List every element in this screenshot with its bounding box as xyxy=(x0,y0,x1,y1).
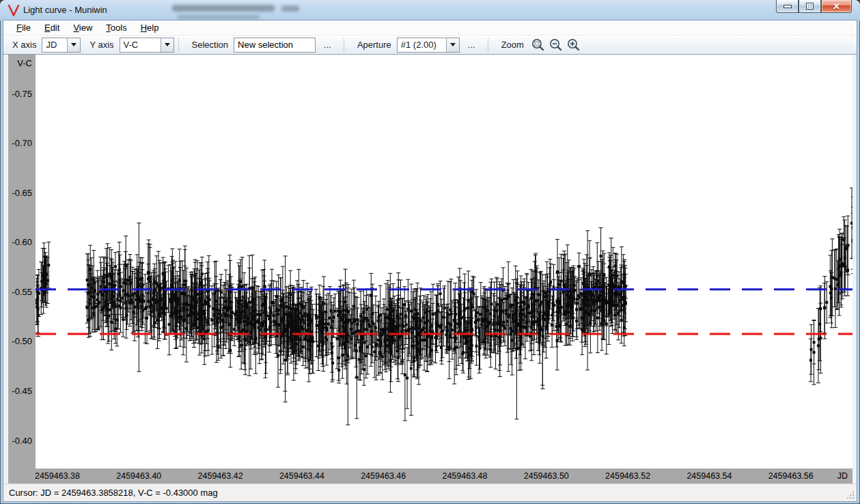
x-tick-label: 2459463.44 xyxy=(279,471,324,481)
x-tick-label: 2459463.42 xyxy=(198,471,243,481)
selection-more-button[interactable]: ... xyxy=(318,38,337,52)
y-tick-label: -0.70 xyxy=(12,138,32,148)
x-axis-label: X axis xyxy=(12,40,36,50)
x-axis-selected-value: JD xyxy=(42,38,67,52)
y-tick-label: -0.40 xyxy=(12,436,32,446)
toolbar-separator xyxy=(488,38,488,52)
close-icon: ✕ xyxy=(833,2,840,11)
maximize-icon xyxy=(806,3,814,10)
resize-grip[interactable] xyxy=(845,490,854,499)
menu-item-help[interactable]: Help xyxy=(134,21,166,34)
plot-canvas[interactable]: V-CJD-0.75-0.70-0.65-0.60-0.55-0.50-0.45… xyxy=(3,55,857,484)
minimize-icon xyxy=(783,5,792,8)
zoom-out-icon xyxy=(549,38,562,51)
x-tick-label: 2459463.46 xyxy=(361,471,406,481)
window-title: Light curve - Muniwin xyxy=(23,5,107,15)
aperture-dropdown-arrow[interactable] xyxy=(446,38,459,52)
background-window-glass-blur xyxy=(178,15,260,19)
window-controls: ✕ xyxy=(776,0,852,13)
x-tick-label: 2459463.40 xyxy=(116,471,161,481)
menu-bar: FileEditViewToolsHelp xyxy=(3,20,857,36)
background-window-glass-blur xyxy=(172,5,275,12)
x-tick-label: 2459463.50 xyxy=(524,471,569,481)
aperture-label: Aperture xyxy=(357,40,391,50)
y-tick-label: -0.65 xyxy=(12,188,32,198)
menu-item-file[interactable]: File xyxy=(10,21,38,34)
zoom-out-button[interactable] xyxy=(547,37,565,53)
x-tick-label: 2459463.56 xyxy=(768,471,814,481)
client-area: FileEditViewToolsHelp X axis JD Y axis V… xyxy=(3,20,857,501)
chevron-down-icon xyxy=(71,43,77,46)
toolbar-separator xyxy=(178,38,179,52)
y-axis-dropdown-arrow[interactable] xyxy=(161,38,174,52)
aperture-more-button[interactable]: ... xyxy=(462,38,481,52)
x-axis-title: JD xyxy=(837,471,848,481)
cursor-position-readout: Cursor: JD = 2459463.3858218, V-C = -0.4… xyxy=(9,488,218,498)
y-tick-label: -0.50 xyxy=(12,336,32,346)
zoom-fit-button[interactable] xyxy=(529,37,547,53)
chevron-down-icon xyxy=(450,43,456,46)
zoom-in-button[interactable] xyxy=(565,37,583,53)
y-axis-title: V-C xyxy=(17,58,32,68)
x-axis-dropdown-arrow[interactable] xyxy=(67,38,80,52)
light-curve-plot: V-CJD-0.75-0.70-0.65-0.60-0.55-0.50-0.45… xyxy=(3,55,857,484)
y-axis-combobox[interactable]: V-C xyxy=(120,38,174,53)
x-tick-label: 2459463.48 xyxy=(442,471,487,481)
y-axis-selected-value: V-C xyxy=(120,38,161,52)
muniwin-app-icon xyxy=(8,4,20,16)
y-tick-label: -0.45 xyxy=(12,386,32,396)
selection-input[interactable] xyxy=(234,38,316,53)
y-tick-label: -0.75 xyxy=(12,89,32,99)
toolbar: X axis JD Y axis V-C Selection ... Apert… xyxy=(3,36,857,55)
close-button[interactable]: ✕ xyxy=(821,0,852,13)
y-axis-label: Y axis xyxy=(89,40,113,50)
title-bar: Light curve - Muniwin ✕ xyxy=(0,0,860,20)
aperture-selected-value: #1 (2.00) xyxy=(398,38,446,52)
x-axis-combobox[interactable]: JD xyxy=(42,38,81,53)
x-tick-label: 2459463.54 xyxy=(686,471,732,481)
zoom-label: Zoom xyxy=(501,40,524,50)
status-bar: Cursor: JD = 2459463.3858218, V-C = -0.4… xyxy=(3,484,857,501)
y-tick-label: -0.60 xyxy=(12,237,32,247)
toolbar-separator xyxy=(344,38,344,52)
zoom-in-icon xyxy=(567,38,580,51)
x-tick-label: 2459463.38 xyxy=(35,471,80,481)
selection-label: Selection xyxy=(192,40,228,50)
desktop-background: Light curve - Muniwin ✕ FileEditViewTool… xyxy=(0,0,860,504)
maximize-button[interactable] xyxy=(799,0,821,13)
chevron-down-icon xyxy=(165,43,170,46)
aperture-combobox[interactable]: #1 (2.00) xyxy=(397,38,460,53)
background-window-glass-blur xyxy=(281,5,299,12)
menu-item-edit[interactable]: Edit xyxy=(38,21,66,34)
zoom-fit-icon xyxy=(531,38,544,51)
app-window: Light curve - Muniwin ✕ FileEditViewTool… xyxy=(0,0,860,504)
menu-item-view[interactable]: View xyxy=(66,21,99,34)
minimize-button[interactable] xyxy=(776,0,799,13)
menu-item-tools[interactable]: Tools xyxy=(99,21,133,34)
y-tick-label: -0.55 xyxy=(12,287,32,297)
x-tick-label: 2459463.52 xyxy=(605,471,650,481)
